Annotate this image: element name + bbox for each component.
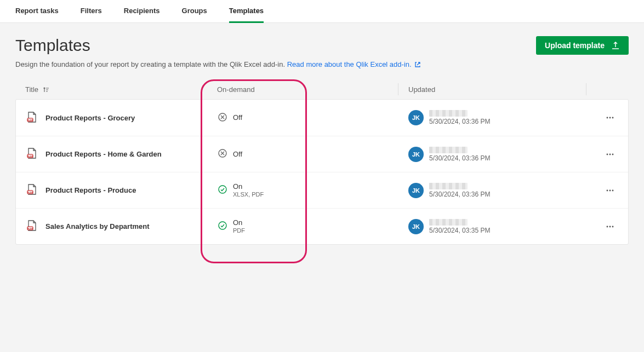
svg-point-11 (612, 153, 614, 155)
svg-point-14 (219, 186, 226, 193)
top-tabs: Report tasks Filters Recipients Groups T… (0, 0, 644, 23)
status-off-icon (218, 112, 227, 124)
page-header: Templates Upload template (15, 36, 629, 55)
status-off-icon (218, 148, 227, 160)
updated-by-name (429, 183, 468, 189)
ondemand-state: Off (233, 113, 242, 122)
row-ondemand-cell: On PDF (218, 218, 398, 234)
page-title: Templates (15, 36, 90, 55)
tab-templates[interactable]: Templates (229, 0, 264, 23)
table-header: Title On-demand Updated (15, 79, 629, 99)
description-text: Design the foundation of your report by … (15, 60, 287, 68)
template-title: Product Reports - Home & Garden (45, 150, 162, 158)
template-title: Sales Analytics by Department (45, 222, 150, 230)
external-link-icon (414, 61, 421, 70)
updated-date: 5/30/2024, 03:36 PM (429, 191, 490, 198)
svg-point-22 (609, 226, 611, 227)
xlsx-file-icon: XLSX (26, 183, 38, 197)
svg-text:XLSX: XLSX (27, 192, 33, 194)
upload-template-label: Upload template (545, 41, 605, 50)
more-actions-button[interactable] (602, 218, 618, 235)
row-updated-cell: JK 5/30/2024, 03:36 PM (398, 183, 585, 198)
ondemand-formats: XLSX, PDF (233, 191, 264, 198)
column-header-title[interactable]: Title (25, 85, 217, 94)
updated-by-name (429, 147, 468, 153)
status-on-icon (218, 184, 227, 196)
tab-filters[interactable]: Filters (81, 0, 102, 23)
svg-point-15 (607, 189, 608, 191)
updated-by-name (429, 110, 468, 117)
row-ondemand-cell: Off (218, 148, 398, 160)
row-title-cell: XLSX Sales Analytics by Department (26, 220, 218, 233)
updated-date: 5/30/2024, 03:35 PM (429, 227, 490, 234)
ondemand-state: Off (233, 150, 242, 159)
svg-text:XLSX: XLSX (27, 119, 33, 121)
avatar: JK (408, 147, 424, 162)
row-title-cell: XLSX Product Reports - Home & Garden (26, 147, 218, 161)
row-actions-cell (585, 182, 618, 199)
more-actions-button[interactable] (602, 182, 618, 199)
updated-date: 5/30/2024, 03:36 PM (429, 154, 490, 162)
tab-report-tasks[interactable]: Report tasks (15, 0, 59, 23)
updated-date: 5/30/2024, 03:36 PM (429, 118, 490, 125)
svg-point-10 (609, 153, 611, 155)
svg-point-5 (612, 117, 614, 119)
row-actions-cell (585, 218, 618, 235)
row-title-cell: XLSX Product Reports - Grocery (26, 111, 218, 125)
tab-recipients[interactable]: Recipients (124, 0, 160, 23)
tab-groups[interactable]: Groups (182, 0, 207, 23)
table-row[interactable]: XLSX Product Reports - Grocery Off JK 5/… (16, 100, 628, 136)
row-actions-cell (585, 146, 618, 163)
row-updated-cell: JK 5/30/2024, 03:36 PM (398, 110, 585, 125)
more-actions-button[interactable] (602, 109, 618, 126)
read-more-link[interactable]: Read more about the Qlik Excel add-in. (287, 60, 421, 68)
column-header-actions (586, 83, 619, 95)
template-title: Product Reports - Produce (45, 186, 136, 194)
page-description: Design the foundation of your report by … (15, 60, 629, 70)
row-title-cell: XLSX Product Reports - Produce (26, 183, 218, 197)
svg-text:XLSX: XLSX (27, 228, 33, 230)
table-row[interactable]: XLSX Product Reports - Produce On XLSX, … (16, 172, 628, 208)
row-ondemand-cell: Off (218, 112, 398, 124)
ondemand-state: On (233, 218, 245, 227)
row-updated-cell: JK 5/30/2024, 03:36 PM (398, 147, 585, 162)
more-actions-button[interactable] (602, 146, 618, 163)
svg-point-16 (609, 189, 611, 191)
svg-point-17 (612, 189, 614, 191)
table-row[interactable]: XLSX Sales Analytics by Department On PD… (16, 208, 628, 244)
template-title: Product Reports - Grocery (45, 114, 135, 122)
status-on-icon (218, 221, 227, 232)
upload-template-button[interactable]: Upload template (536, 36, 629, 55)
page-body: Templates Upload template Design the fou… (0, 23, 644, 258)
svg-point-9 (607, 153, 608, 155)
svg-point-20 (219, 222, 226, 229)
svg-point-3 (607, 117, 608, 119)
updated-by-name (429, 219, 468, 226)
template-list: XLSX Product Reports - Grocery Off JK 5/… (15, 99, 629, 245)
svg-point-21 (607, 226, 608, 227)
svg-point-4 (609, 117, 611, 119)
templates-table: Title On-demand Updated XLSX (15, 79, 629, 245)
upload-icon (611, 41, 620, 50)
sort-icon (43, 86, 49, 93)
svg-text:XLSX: XLSX (27, 155, 33, 158)
xlsx-file-icon: XLSX (26, 220, 38, 233)
column-header-ondemand[interactable]: On-demand (217, 85, 398, 94)
table-row[interactable]: XLSX Product Reports - Home & Garden Off… (16, 136, 628, 172)
svg-point-23 (612, 226, 614, 227)
row-updated-cell: JK 5/30/2024, 03:35 PM (398, 219, 585, 234)
row-ondemand-cell: On XLSX, PDF (218, 182, 398, 198)
column-header-updated[interactable]: Updated (398, 83, 586, 95)
ondemand-formats: PDF (233, 227, 245, 234)
xlsx-file-icon: XLSX (26, 147, 38, 161)
avatar: JK (408, 219, 424, 234)
ondemand-state: On (233, 182, 264, 191)
row-actions-cell (585, 109, 618, 126)
avatar: JK (408, 110, 424, 125)
xlsx-file-icon: XLSX (26, 111, 38, 125)
avatar: JK (408, 183, 424, 198)
